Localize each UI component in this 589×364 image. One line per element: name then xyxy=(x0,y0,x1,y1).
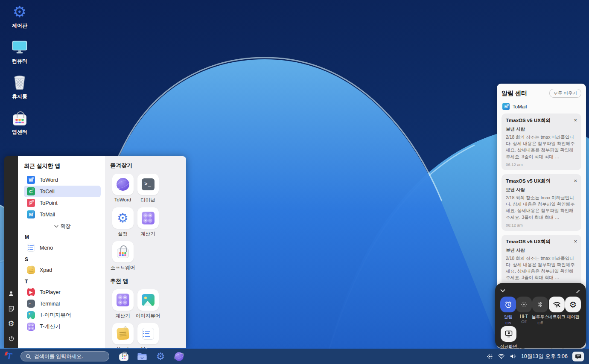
quick-tile-control-panel[interactable]: ⚙ 제어판 xyxy=(565,297,581,325)
recommended-title: 추천 앱 xyxy=(110,277,181,285)
notification-card[interactable]: TmaxOS v5 UX회의 × 보낸 사람 2/18 회의 장소는 tmax … xyxy=(502,114,581,170)
app-row-xpad[interactable]: Xpad xyxy=(24,264,101,276)
file-manager-icon[interactable] xyxy=(137,351,147,361)
search-input[interactable]: 검색어를 입력하세요. xyxy=(20,351,109,361)
system-tray: 10월13일 오후 5:06 xyxy=(487,352,584,361)
image-viewer-icon xyxy=(137,289,159,311)
lock-screen-icon xyxy=(501,326,516,342)
network-wifi-icon xyxy=(549,297,565,312)
quick-tile-hi-t[interactable]: Hi-T Off xyxy=(516,297,532,325)
desktop-icon-control-panel[interactable]: ⚙ 제어판 xyxy=(6,4,33,29)
quick-tile-notifications[interactable]: 알림 On xyxy=(500,297,516,325)
gear-icon: ⚙ xyxy=(565,297,581,312)
app-row-terminal[interactable]: >_ Terminal xyxy=(24,298,101,309)
clear-all-button[interactable]: 모두 비우기 xyxy=(549,89,581,98)
favorite-software[interactable]: 소프트웨어 xyxy=(110,241,135,271)
collapse-chevron-icon[interactable] xyxy=(500,289,505,292)
wifi-icon[interactable] xyxy=(498,353,505,359)
gear-icon[interactable]: ⚙ xyxy=(7,320,15,327)
taskbar: T 검색어를 입력하세요. ⚙ 10월13일 오후 5:06 xyxy=(0,349,589,364)
power-icon[interactable] xyxy=(7,335,15,342)
close-icon[interactable]: × xyxy=(574,239,577,244)
favorite-toword[interactable]: ToWord xyxy=(110,174,135,204)
recommended-memo[interactable]: Memo xyxy=(135,323,160,348)
calculator-icon: −+×= xyxy=(137,207,159,229)
user-icon[interactable] xyxy=(7,290,15,297)
desktop-icon-app-center[interactable]: 앱센터 xyxy=(6,111,33,136)
app-row-tocell[interactable]: C ToCell xyxy=(24,186,101,197)
computer-icon xyxy=(12,40,27,55)
planet-browser-icon xyxy=(112,174,134,195)
gear-wrench-icon: ⚙ xyxy=(112,207,134,229)
tocell-icon: C xyxy=(27,187,35,195)
app-center-icon[interactable] xyxy=(119,351,129,361)
search-placeholder: 검색어를 입력하세요. xyxy=(34,353,83,360)
favorites-title: 즐겨찾기 xyxy=(110,162,181,169)
desktop-icon-label: 휴지통 xyxy=(12,93,27,100)
quick-tile-lock-screen[interactable]: 잠금화면 xyxy=(500,326,517,349)
expand-button[interactable]: 확장 xyxy=(24,221,101,231)
notification-group-tomail: M ToMail xyxy=(502,103,581,110)
app-row-tomail[interactable]: M ToMail xyxy=(24,209,101,220)
image-viewer-icon xyxy=(27,311,35,319)
recommended-calculator[interactable]: −+×= 계산기 xyxy=(110,289,135,319)
clock-date[interactable]: 10월13일 오후 5:06 xyxy=(521,353,568,360)
terminal-icon: >_ xyxy=(27,300,35,308)
recommended-grid: −+×= 계산기 이미지뷰어 Xpad Memo xyxy=(110,289,181,348)
gear-wrench-icon settings-app[interactable]: ⚙ xyxy=(155,351,166,361)
volume-icon[interactable] xyxy=(510,353,516,359)
desktop-icon-label: 컴퓨터 xyxy=(12,58,27,65)
alarm-icon xyxy=(500,297,516,312)
trash-icon xyxy=(12,75,27,90)
quick-settings-panel: 알림 On Hi-T Off 블루투스 Off 네트워크 ⚙ 제어판 xyxy=(495,283,586,348)
favorite-settings[interactable]: ⚙ 설정 xyxy=(110,207,135,237)
planet-browser-icon[interactable] xyxy=(174,351,184,361)
taskbar-app-icons: ⚙ xyxy=(119,351,184,361)
message-icon notification-tray-button[interactable] xyxy=(572,352,584,361)
control-panel-icon: ⚙ xyxy=(12,4,27,20)
start-menu-favorites-column: 즐겨찾기 ToWord >_ 터미널 ⚙ 설정 −+×= 계산기 소프트웨어 xyxy=(105,156,186,348)
tomail-icon: M xyxy=(502,103,510,110)
quick-tile-bluetooth[interactable]: 블루투스 Off xyxy=(532,297,548,325)
recommended-imageviewer[interactable]: 이미지뷰어 xyxy=(135,289,160,319)
app-center-icon xyxy=(12,111,27,126)
video-player-icon: ▶ xyxy=(27,288,35,296)
bluetooth-icon xyxy=(532,297,548,312)
app-row-imageviewer[interactable]: T-이미지뷰어 xyxy=(24,309,101,321)
desktop-icon-computer[interactable]: 컴퓨터 xyxy=(6,40,33,65)
favorite-terminal[interactable]: >_ 터미널 xyxy=(135,174,160,204)
memo-icon[interactable] xyxy=(7,305,15,312)
calculator-icon: −+×= xyxy=(27,323,35,331)
memo-list-icon xyxy=(27,244,35,252)
app-row-toplayer[interactable]: ▶ ToPlayer xyxy=(24,286,101,298)
close-icon[interactable]: × xyxy=(574,178,577,183)
quick-tiles-row: 알림 On Hi-T Off 블루투스 Off 네트워크 ⚙ 제어판 xyxy=(500,297,581,325)
desktop-icon-label: 제어판 xyxy=(12,22,27,29)
app-row-calculator[interactable]: −+×= T-계산기 xyxy=(24,321,101,332)
chevron-down-icon xyxy=(54,225,58,228)
app-row-meno[interactable]: Meno xyxy=(24,242,101,253)
desktop-icon-label: 앱센터 xyxy=(12,128,27,136)
brightness-icon[interactable] xyxy=(487,353,493,360)
topoint-icon: P xyxy=(27,199,35,207)
favorites-grid: ToWord >_ 터미널 ⚙ 설정 −+×= 계산기 소프트웨어 xyxy=(110,174,181,275)
memo-list-icon xyxy=(137,323,159,344)
recommended-xpad[interactable]: Xpad xyxy=(110,323,135,348)
app-row-toword[interactable]: W ToWord xyxy=(24,174,101,186)
tmax-logo-icon start-button[interactable]: T xyxy=(5,351,16,361)
quick-tile-network[interactable]: 네트워크 xyxy=(548,297,565,325)
app-row-topoint[interactable]: P ToPoint xyxy=(24,197,101,209)
software-bag-icon xyxy=(112,241,134,262)
alpha-header-s: S xyxy=(25,256,101,262)
start-menu-recent-column: 최근 설치한 앱 W ToWord C ToCell P ToPoint M T… xyxy=(18,156,105,348)
start-menu-rail: ⚙ xyxy=(4,156,18,348)
close-icon[interactable]: × xyxy=(574,117,577,123)
alpha-header-m: M xyxy=(25,234,101,240)
desktop-icon-trash[interactable]: 휴지통 xyxy=(6,75,33,100)
edit-pencil-icon[interactable] xyxy=(575,288,581,294)
hi-t-icon xyxy=(516,297,532,312)
notepad-icon xyxy=(112,323,134,344)
favorite-calculator[interactable]: −+×= 계산기 xyxy=(135,207,160,237)
notification-card[interactable]: TmaxOS v5 UX회의 × 보낸 사람 2/18 회의 장소는 tmax … xyxy=(502,174,581,231)
notepad-icon xyxy=(26,265,35,274)
